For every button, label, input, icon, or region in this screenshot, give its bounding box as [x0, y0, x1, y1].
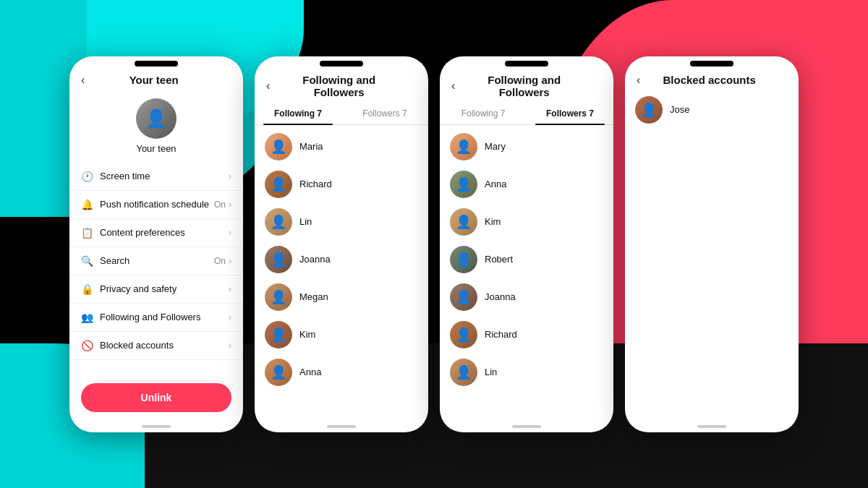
phone2-title: Following and Followers: [276, 74, 402, 98]
chevron-right-icon: ›: [229, 200, 231, 210]
phone-following: ‹ Following and Followers Following 7 Fo…: [255, 56, 428, 432]
chevron-right-icon: ›: [229, 171, 231, 181]
phone3-tab-bar: Following 7 Followers 7: [440, 103, 613, 125]
menu-item[interactable]: 🔔 Push notification schedule On ›: [69, 191, 243, 219]
list-item[interactable]: 👤 Maria: [255, 128, 428, 166]
phone3-user-list: 👤 Mary 👤 Anna 👤 Kim 👤 Robert 👤 Joanna 👤 …: [440, 128, 613, 421]
phone2-tab-bar: Following 7 Followers 7: [255, 103, 428, 125]
list-item[interactable]: 👤 Lin: [440, 354, 613, 391]
list-item[interactable]: 👤 Richard: [255, 166, 428, 203]
user-name: Joanna: [485, 291, 516, 302]
phone1-avatar-section: 👤 Your teen: [69, 91, 243, 163]
user-name: Anna: [299, 367, 321, 377]
user-name: Lin: [485, 367, 497, 377]
user-name: Joanna: [299, 254, 331, 265]
list-item[interactable]: 👤 Anna: [255, 354, 428, 391]
phone1-menu-list: 🕐 Screen time › 🔔 Push notification sche…: [69, 163, 243, 374]
menu-icon: 🔒: [81, 283, 93, 295]
list-item[interactable]: 👤 Mary: [440, 128, 613, 166]
list-item[interactable]: 👤 Richard: [440, 316, 613, 354]
user-name: Kim: [485, 216, 501, 227]
menu-label: Search: [100, 255, 214, 266]
list-item[interactable]: 👤 Megan: [255, 278, 428, 316]
user-avatar: 👤: [265, 321, 292, 348]
menu-label: Blocked accounts: [100, 340, 229, 351]
list-item[interactable]: 👤 Kim: [440, 203, 613, 241]
chevron-right-icon: ›: [229, 284, 231, 294]
menu-icon: 🔔: [81, 199, 93, 210]
phone1-content: ‹ Your teen 👤 Your teen 🕐 Screen time › …: [69, 67, 243, 421]
chevron-right-icon: ›: [229, 228, 231, 238]
menu-item[interactable]: 🔍 Search On ›: [69, 247, 243, 275]
phone3-tab-followers[interactable]: Followers 7: [527, 103, 613, 124]
phone4-user-list: 👤 Jose: [625, 91, 799, 421]
menu-icon: 🚫: [81, 340, 93, 351]
phone1-notch: [135, 61, 178, 67]
phone2-tab-following[interactable]: Following 7: [255, 103, 341, 124]
phone-followers: ‹ Following and Followers Following 7 Fo…: [440, 56, 613, 432]
phone3-home-indicator: [512, 425, 541, 428]
phone3-back-arrow[interactable]: ‹: [451, 80, 455, 93]
list-item[interactable]: 👤 Joanna: [255, 241, 428, 278]
user-avatar: 👤: [450, 359, 477, 386]
teen-avatar-img: 👤: [136, 98, 176, 139]
teen-avatar: 👤: [136, 98, 176, 139]
phone4-header: ‹ Blocked accounts: [625, 67, 799, 91]
menu-item[interactable]: 🕐 Screen time ›: [69, 163, 243, 191]
phone3-content: ‹ Following and Followers Following 7 Fo…: [440, 67, 613, 421]
menu-label: Content preferences: [100, 227, 229, 238]
list-item[interactable]: 👤 Kim: [255, 316, 428, 354]
phone4-home-indicator: [697, 425, 726, 428]
user-avatar: 👤: [265, 133, 292, 160]
menu-icon: 🔍: [81, 255, 93, 267]
menu-item[interactable]: 📋 Content preferences ›: [69, 219, 243, 247]
unlink-button[interactable]: Unlink: [81, 383, 231, 412]
menu-item[interactable]: 👥 Following and Followers ›: [69, 304, 243, 332]
user-name: Robert: [485, 254, 513, 265]
phone3-title: Following and Followers: [461, 74, 587, 98]
phone1-menu: 🕐 Screen time › 🔔 Push notification sche…: [69, 163, 243, 360]
chevron-right-icon: ›: [229, 256, 231, 266]
list-item[interactable]: 👤 Lin: [255, 203, 428, 241]
phone2-list: 👤 Maria 👤 Richard 👤 Lin 👤 Joanna 👤 Megan…: [255, 128, 428, 391]
phone4-back-arrow[interactable]: ‹: [637, 74, 640, 87]
phone1-home-indicator: [142, 425, 171, 428]
user-avatar: 👤: [450, 208, 477, 236]
user-name: Maria: [299, 141, 323, 152]
list-item[interactable]: 👤 Joanna: [440, 278, 613, 316]
phone2-back-arrow[interactable]: ‹: [266, 80, 270, 93]
user-name: Lin: [299, 216, 312, 227]
user-name: Richard: [485, 329, 517, 340]
menu-item[interactable]: 🔒 Privacy and safety ›: [69, 275, 243, 304]
user-avatar: 👤: [635, 96, 663, 124]
user-avatar: 👤: [265, 359, 292, 386]
user-name: Anna: [485, 179, 506, 189]
chevron-right-icon: ›: [229, 341, 231, 351]
phone-blocked: ‹ Blocked accounts 👤 Jose: [625, 56, 799, 432]
phone4-title: Blocked accounts: [646, 74, 773, 86]
list-item[interactable]: 👤 Jose: [625, 91, 799, 129]
phone3-header: ‹ Following and Followers: [440, 67, 613, 103]
user-name: Kim: [299, 329, 315, 340]
phone2-tab-followers[interactable]: Followers 7: [341, 103, 428, 124]
user-avatar: 👤: [450, 246, 477, 273]
menu-icon: 📋: [81, 227, 93, 239]
chevron-right-icon: ›: [229, 312, 231, 322]
phone2-header: ‹ Following and Followers: [255, 67, 428, 103]
list-item[interactable]: 👤 Anna: [440, 166, 613, 203]
phone2-user-list: 👤 Maria 👤 Richard 👤 Lin 👤 Joanna 👤 Megan…: [255, 128, 428, 421]
user-avatar: 👤: [450, 321, 477, 348]
phone3-tab-following[interactable]: Following 7: [440, 103, 527, 124]
phone-your-teen: ‹ Your teen 👤 Your teen 🕐 Screen time › …: [69, 56, 243, 432]
user-name: Mary: [485, 141, 506, 152]
menu-icon: 👥: [81, 312, 93, 323]
menu-label: Screen time: [100, 171, 229, 181]
menu-label: Privacy and safety: [100, 283, 229, 294]
phone1-back-arrow[interactable]: ‹: [81, 74, 85, 87]
list-item[interactable]: 👤 Robert: [440, 241, 613, 278]
user-avatar: 👤: [265, 171, 292, 198]
phones-container: ‹ Your teen 👤 Your teen 🕐 Screen time › …: [0, 0, 868, 488]
phone1-header: ‹ Your teen: [69, 67, 243, 91]
menu-item[interactable]: 🚫 Blocked accounts ›: [69, 332, 243, 360]
teen-avatar-label: Your teen: [136, 143, 176, 154]
